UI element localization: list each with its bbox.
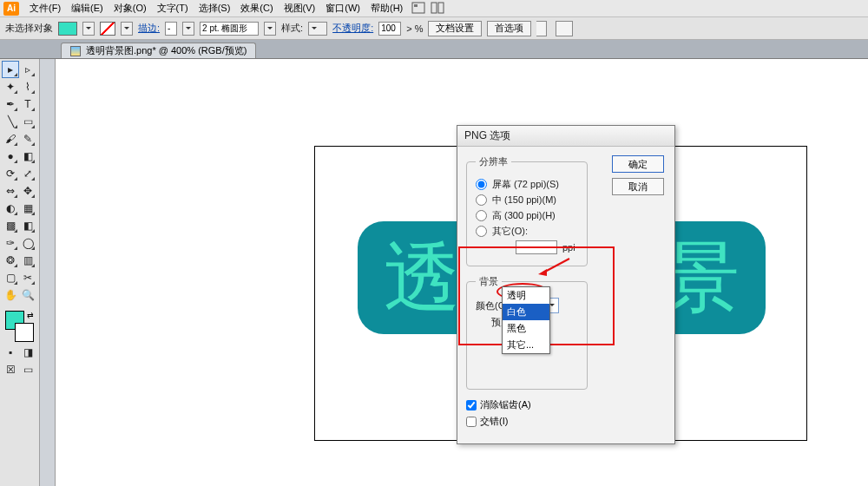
res-medium-label: 中 (150 ppi)(M)	[492, 194, 556, 207]
menu-help[interactable]: 帮助(H)	[365, 2, 408, 15]
ok-button[interactable]: 确定	[612, 155, 664, 173]
dropdown-opt-other[interactable]: 其它...	[503, 337, 549, 353]
fill-swatch[interactable]	[58, 22, 77, 36]
slice-tool[interactable]: ✂	[19, 269, 36, 286]
color-mode-none[interactable]: ☒	[2, 361, 19, 378]
paintbrush-tool[interactable]: 🖌	[2, 130, 19, 148]
stroke-swatch-dropdown[interactable]	[121, 22, 133, 36]
interlace-label: 交错(I)	[480, 415, 508, 428]
align-icon[interactable]	[556, 21, 573, 36]
eraser-tool[interactable]: ◧	[19, 148, 36, 165]
menu-select[interactable]: 选择(S)	[194, 2, 236, 15]
doc-setup-button[interactable]: 文档设置	[428, 21, 482, 36]
color-mode-gradient[interactable]: ◨	[19, 344, 36, 361]
toolbox: ▸ ▹ ✦ ⌇ ✒ T ╲ ▭ 🖌 ✎ ● ◧ ⟳ ⤢ ⇔ ✥ ◐ ▦ ▩ ◧ …	[0, 59, 40, 486]
canvas-gutter	[40, 59, 56, 486]
screen-mode[interactable]: ▭	[19, 361, 36, 378]
type-tool[interactable]: T	[19, 95, 36, 113]
style-label: 样式:	[281, 22, 303, 35]
hand-tool[interactable]: ✋	[2, 286, 19, 304]
menu-edit[interactable]: 编辑(E)	[66, 2, 108, 15]
free-transform-tool[interactable]: ✥	[19, 182, 36, 200]
menu-file[interactable]: 文件(F)	[24, 2, 66, 15]
dropdown-selected-value[interactable]: 透明	[503, 287, 549, 304]
document-tab-title: 透明背景图.png* @ 400% (RGB/预览)	[86, 44, 247, 57]
artboard-tool[interactable]: ▢	[2, 269, 19, 286]
stroke-weight-dropdown[interactable]	[182, 22, 194, 36]
pencil-tool[interactable]: ✎	[19, 130, 36, 148]
res-other-label: 其它(O):	[492, 225, 528, 238]
res-high-radio[interactable]	[476, 210, 487, 221]
background-color[interactable]	[15, 323, 34, 342]
pen-tool[interactable]: ✒	[2, 95, 19, 113]
width-tool[interactable]: ⇔	[2, 182, 19, 200]
svg-rect-1	[414, 4, 418, 7]
bridge-icon[interactable]	[411, 2, 427, 16]
png-options-dialog: PNG 选项 确定 取消 分辨率 屏幕 (72 ppi)(S) 中 (150 p…	[457, 125, 675, 444]
rectangle-tool[interactable]: ▭	[19, 113, 36, 130]
ppi-unit: ppi	[562, 242, 575, 253]
antialias-checkbox[interactable]	[466, 400, 477, 410]
blob-brush-tool[interactable]: ●	[2, 148, 19, 165]
res-screen-label: 屏幕 (72 ppi)(S)	[492, 178, 559, 191]
menu-type[interactable]: 文字(T)	[152, 2, 194, 15]
stroke-profile-dropdown[interactable]	[264, 22, 276, 36]
dropdown-opt-white[interactable]: 白色	[503, 304, 549, 320]
doc-thumb-icon	[70, 46, 81, 56]
color-mode-solid[interactable]: ▪	[2, 344, 19, 361]
perspective-tool[interactable]: ▦	[19, 200, 36, 217]
eyedropper-tool[interactable]: ✑	[2, 234, 19, 252]
stroke-profile[interactable]	[200, 22, 259, 36]
menu-bar: Ai 文件(F) 编辑(E) 对象(O) 文字(T) 选择(S) 效果(C) 视…	[0, 0, 868, 17]
menu-window[interactable]: 窗口(W)	[320, 2, 365, 15]
graph-tool[interactable]: ▥	[19, 252, 36, 269]
scale-tool[interactable]: ⤢	[19, 165, 36, 182]
dropdown-opt-black[interactable]: 黑色	[503, 320, 549, 337]
document-tab[interactable]: 透明背景图.png* @ 400% (RGB/预览)	[61, 43, 256, 58]
prefs-button[interactable]: 首选项	[487, 21, 531, 36]
opacity-label[interactable]: 不透明度:	[332, 22, 373, 35]
color-selector[interactable]: ⇄	[2, 309, 37, 344]
menu-object[interactable]: 对象(O)	[108, 2, 152, 15]
dialog-title[interactable]: PNG 选项	[457, 126, 674, 147]
resolution-group: 分辨率 屏幕 (72 ppi)(S) 中 (150 ppi)(M) 高 (300…	[466, 155, 588, 266]
line-tool[interactable]: ╲	[2, 113, 19, 130]
menu-view[interactable]: 视图(V)	[279, 2, 321, 15]
res-screen-radio[interactable]	[476, 179, 487, 190]
arrange-icon[interactable]	[431, 2, 446, 16]
swap-colors-icon[interactable]: ⇄	[27, 311, 34, 319]
gradient-tool[interactable]: ◧	[19, 217, 36, 234]
style-dropdown[interactable]	[308, 22, 327, 36]
mesh-tool[interactable]: ▩	[2, 217, 19, 234]
res-medium-radio[interactable]	[476, 194, 487, 206]
opacity-input[interactable]	[378, 22, 401, 36]
svg-rect-2	[431, 3, 437, 13]
svg-rect-3	[438, 3, 444, 13]
opacity-pct: > %	[406, 23, 423, 34]
document-tab-strip: 透明背景图.png* @ 400% (RGB/预览)	[0, 40, 868, 59]
magic-wand-tool[interactable]: ✦	[2, 78, 19, 95]
ppi-input[interactable]	[516, 240, 557, 254]
resolution-legend: 分辨率	[476, 155, 511, 168]
res-other-radio[interactable]	[476, 226, 487, 237]
rotate-tool[interactable]: ⟳	[2, 165, 19, 182]
shape-builder-tool[interactable]: ◐	[2, 200, 19, 217]
selection-tool[interactable]: ▸	[2, 61, 19, 78]
zoom-tool[interactable]: 🔍	[19, 286, 36, 304]
lasso-tool[interactable]: ⌇	[19, 78, 36, 95]
stroke-label[interactable]: 描边:	[138, 22, 160, 35]
stroke-none-swatch[interactable]	[100, 22, 115, 36]
blend-tool[interactable]: ◯	[19, 234, 36, 252]
cancel-button[interactable]: 取消	[612, 178, 664, 195]
res-high-label: 高 (300 ppi)(H)	[492, 209, 556, 222]
stroke-dash[interactable]	[165, 22, 177, 36]
app-logo: Ai	[3, 2, 19, 16]
symbol-sprayer-tool[interactable]: ❂	[2, 252, 19, 269]
direct-selection-tool[interactable]: ▹	[19, 61, 36, 78]
menu-effect[interactable]: 效果(C)	[235, 2, 278, 15]
fill-dropdown[interactable]	[82, 22, 95, 36]
antialias-label: 消除锯齿(A)	[480, 398, 531, 411]
prefs-dropdown[interactable]	[536, 21, 547, 36]
color-dropdown-open: 透明 白色 黑色 其它...	[502, 286, 550, 354]
interlace-checkbox[interactable]	[466, 417, 477, 427]
